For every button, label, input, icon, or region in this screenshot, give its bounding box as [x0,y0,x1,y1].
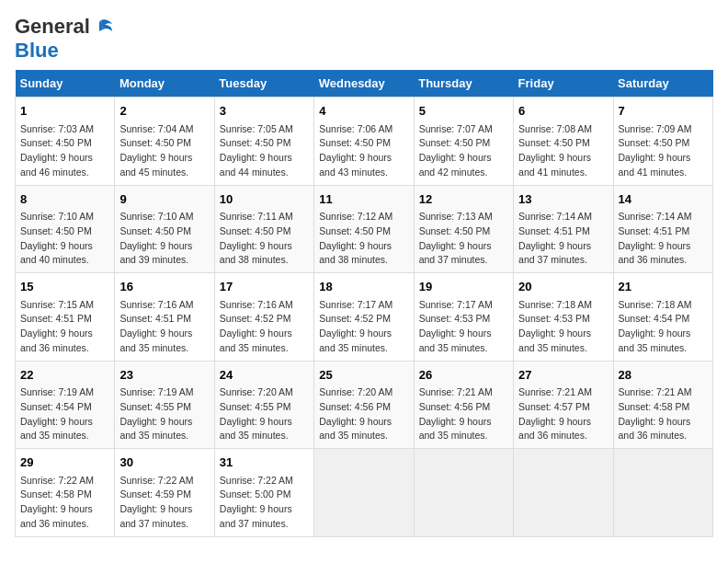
day-number: 5 [419,102,508,121]
day-number: 25 [319,366,408,385]
calendar-cell: 28Sunrise: 7:21 AM Sunset: 4:58 PM Dayli… [613,361,712,449]
day-info: Sunrise: 7:21 AM Sunset: 4:58 PM Dayligh… [619,385,708,443]
calendar-cell: 10Sunrise: 7:11 AM Sunset: 4:50 PM Dayli… [214,185,313,273]
day-number: 11 [319,190,408,209]
calendar-cell: 4Sunrise: 7:06 AM Sunset: 4:50 PM Daylig… [314,98,414,186]
calendar-cell: 8Sunrise: 7:10 AM Sunset: 4:50 PM Daylig… [16,185,115,273]
day-info: Sunrise: 7:11 AM Sunset: 4:50 PM Dayligh… [220,210,309,268]
day-number: 26 [419,366,508,385]
header-row: SundayMondayTuesdayWednesdayThursdayFrid… [16,70,713,98]
day-info: Sunrise: 7:10 AM Sunset: 4:50 PM Dayligh… [20,210,109,268]
day-header-thursday: Thursday [414,70,513,98]
logo-general: General [15,15,90,39]
day-number: 1 [20,102,109,121]
day-number: 13 [518,190,608,209]
day-number: 12 [419,190,508,209]
day-number: 3 [220,102,309,121]
day-number: 28 [619,366,708,385]
calendar-cell: 13Sunrise: 7:14 AM Sunset: 4:51 PM Dayli… [514,185,613,273]
day-info: Sunrise: 7:22 AM Sunset: 4:59 PM Dayligh… [119,474,209,532]
day-info: Sunrise: 7:22 AM Sunset: 4:58 PM Dayligh… [20,474,109,532]
calendar-cell: 19Sunrise: 7:17 AM Sunset: 4:53 PM Dayli… [414,273,513,362]
day-info: Sunrise: 7:07 AM Sunset: 4:50 PM Dayligh… [419,122,508,180]
day-info: Sunrise: 7:16 AM Sunset: 4:51 PM Dayligh… [119,298,209,356]
day-number: 19 [419,278,508,296]
day-info: Sunrise: 7:17 AM Sunset: 4:53 PM Dayligh… [419,298,508,356]
calendar-cell: 6Sunrise: 7:08 AM Sunset: 4:50 PM Daylig… [514,98,613,186]
calendar-cell: 7Sunrise: 7:09 AM Sunset: 4:50 PM Daylig… [613,98,712,186]
calendar-cell: 15Sunrise: 7:15 AM Sunset: 4:51 PM Dayli… [16,273,115,362]
day-header-tuesday: Tuesday [214,70,313,98]
day-info: Sunrise: 7:14 AM Sunset: 4:51 PM Dayligh… [619,210,708,268]
day-number: 15 [20,278,109,296]
calendar-cell: 12Sunrise: 7:13 AM Sunset: 4:50 PM Dayli… [414,185,513,273]
day-info: Sunrise: 7:08 AM Sunset: 4:50 PM Dayligh… [518,122,608,180]
calendar-cell: 18Sunrise: 7:17 AM Sunset: 4:52 PM Dayli… [314,273,414,362]
calendar-cell: 29Sunrise: 7:22 AM Sunset: 4:58 PM Dayli… [16,449,115,537]
day-number: 23 [119,366,209,385]
calendar-cell: 21Sunrise: 7:18 AM Sunset: 4:54 PM Dayli… [613,273,712,362]
calendar-cell: 17Sunrise: 7:16 AM Sunset: 4:52 PM Dayli… [214,273,313,362]
logo: General Blue [15,15,114,63]
calendar-cell: 25Sunrise: 7:20 AM Sunset: 4:56 PM Dayli… [314,361,414,449]
calendar-cell [613,449,712,537]
day-info: Sunrise: 7:22 AM Sunset: 5:00 PM Dayligh… [220,474,309,532]
calendar-cell: 30Sunrise: 7:22 AM Sunset: 4:59 PM Dayli… [115,449,214,537]
day-header-saturday: Saturday [613,70,712,98]
calendar-cell: 1Sunrise: 7:03 AM Sunset: 4:50 PM Daylig… [16,98,115,186]
day-number: 4 [319,102,408,121]
calendar-cell [514,449,613,537]
calendar-cell: 27Sunrise: 7:21 AM Sunset: 4:57 PM Dayli… [514,361,613,449]
day-info: Sunrise: 7:20 AM Sunset: 4:55 PM Dayligh… [220,385,309,443]
logo-blue: Blue [15,39,59,62]
day-info: Sunrise: 7:06 AM Sunset: 4:50 PM Dayligh… [319,122,408,180]
week-row-3: 15Sunrise: 7:15 AM Sunset: 4:51 PM Dayli… [16,273,713,362]
day-info: Sunrise: 7:15 AM Sunset: 4:51 PM Dayligh… [20,298,109,356]
day-header-friday: Friday [514,70,613,98]
calendar-cell: 23Sunrise: 7:19 AM Sunset: 4:55 PM Dayli… [115,361,214,449]
day-number: 9 [119,190,209,209]
day-info: Sunrise: 7:21 AM Sunset: 4:57 PM Dayligh… [518,385,608,443]
day-header-sunday: Sunday [16,70,115,98]
day-info: Sunrise: 7:17 AM Sunset: 4:52 PM Dayligh… [319,298,408,356]
calendar-cell: 16Sunrise: 7:16 AM Sunset: 4:51 PM Dayli… [115,273,214,362]
logo-bird-icon [94,18,114,35]
day-header-wednesday: Wednesday [314,70,414,98]
calendar-cell: 14Sunrise: 7:14 AM Sunset: 4:51 PM Dayli… [613,185,712,273]
day-info: Sunrise: 7:09 AM Sunset: 4:50 PM Dayligh… [619,122,708,180]
day-number: 2 [119,102,209,121]
calendar-cell: 31Sunrise: 7:22 AM Sunset: 5:00 PM Dayli… [214,449,313,537]
calendar-cell: 2Sunrise: 7:04 AM Sunset: 4:50 PM Daylig… [115,98,214,186]
day-info: Sunrise: 7:05 AM Sunset: 4:50 PM Dayligh… [220,122,309,180]
day-number: 18 [319,278,408,296]
day-number: 14 [619,190,708,209]
week-row-5: 29Sunrise: 7:22 AM Sunset: 4:58 PM Dayli… [16,449,713,537]
day-info: Sunrise: 7:16 AM Sunset: 4:52 PM Dayligh… [220,298,309,356]
day-number: 8 [20,190,109,209]
calendar-cell: 3Sunrise: 7:05 AM Sunset: 4:50 PM Daylig… [214,98,313,186]
day-number: 31 [220,454,309,472]
calendar-cell: 26Sunrise: 7:21 AM Sunset: 4:56 PM Dayli… [414,361,513,449]
calendar-cell: 11Sunrise: 7:12 AM Sunset: 4:50 PM Dayli… [314,185,414,273]
day-info: Sunrise: 7:10 AM Sunset: 4:50 PM Dayligh… [119,210,209,268]
calendar-cell: 24Sunrise: 7:20 AM Sunset: 4:55 PM Dayli… [214,361,313,449]
day-info: Sunrise: 7:04 AM Sunset: 4:50 PM Dayligh… [119,122,209,180]
day-number: 16 [119,278,209,296]
day-number: 30 [119,454,209,472]
day-info: Sunrise: 7:13 AM Sunset: 4:50 PM Dayligh… [419,210,508,268]
day-info: Sunrise: 7:19 AM Sunset: 4:54 PM Dayligh… [20,385,109,443]
day-number: 6 [518,102,608,121]
header: General Blue [15,15,713,63]
calendar-cell: 22Sunrise: 7:19 AM Sunset: 4:54 PM Dayli… [16,361,115,449]
day-number: 17 [220,278,309,296]
calendar-table: SundayMondayTuesdayWednesdayThursdayFrid… [15,70,713,537]
calendar-cell: 20Sunrise: 7:18 AM Sunset: 4:53 PM Dayli… [514,273,613,362]
day-number: 27 [518,366,608,385]
day-header-monday: Monday [115,70,214,98]
week-row-1: 1Sunrise: 7:03 AM Sunset: 4:50 PM Daylig… [16,98,713,186]
day-info: Sunrise: 7:14 AM Sunset: 4:51 PM Dayligh… [518,210,608,268]
day-number: 21 [619,278,708,296]
calendar-cell [314,449,414,537]
day-number: 29 [20,454,109,472]
calendar-cell: 5Sunrise: 7:07 AM Sunset: 4:50 PM Daylig… [414,98,513,186]
